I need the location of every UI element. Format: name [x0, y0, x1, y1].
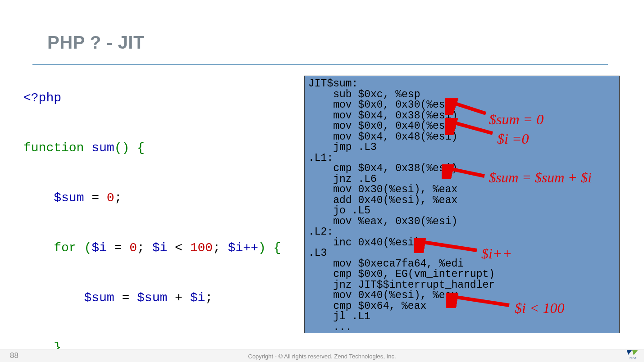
title-underline: [32, 64, 608, 66]
var-sum3: $sum: [137, 291, 167, 305]
var-i2: $i: [152, 241, 168, 255]
asm-line: jnz .L6: [308, 173, 377, 185]
zend-logo-icon: zend: [627, 350, 639, 360]
svg-text:zend: zend: [629, 357, 636, 360]
asm-line: mov 0x40(%esi), %eax: [308, 290, 457, 301]
lit-zero2: 0: [129, 241, 137, 255]
annotation-sum-plus-i: $sum = $sum + $i: [489, 170, 592, 186]
semi2: ;: [205, 291, 213, 305]
asm-line: sub $0xc, %esp: [308, 89, 420, 100]
slide: PHP ? - JIT <?php function sum() { $sum …: [0, 0, 644, 362]
asm-line: .L3: [308, 247, 327, 259]
asm-line: JIT$sum:: [308, 78, 358, 90]
for-close: ) {: [258, 241, 281, 255]
asm-line: mov $0xeca7fa64, %edi: [308, 258, 464, 270]
asm-line: cmp $0x4, 0x38(%esi): [308, 163, 457, 174]
php-code: <?php function sum() { $sum = 0; for ($i…: [23, 86, 281, 362]
kw-for: for: [54, 241, 76, 255]
asm-line: cmp $0x64, %eax: [308, 300, 426, 312]
sep1: ;: [137, 241, 152, 255]
asm-output: JIT$sum: sub $0xc, %esp mov $0x0, 0x30(%…: [304, 76, 620, 333]
annotation-i-plus-plus: $i++: [481, 245, 512, 262]
asm-line: mov $0x4, 0x48(%esi): [308, 131, 457, 143]
paren-brace: () {: [114, 141, 145, 155]
op-eq2: =: [107, 241, 129, 255]
annotation-i-lt-100: $i < 100: [515, 300, 564, 317]
var-ipp: $i++: [228, 241, 258, 255]
kw-function: function: [23, 141, 84, 155]
var-sum2: $sum: [84, 291, 114, 305]
op-eq3: =: [114, 291, 137, 305]
svg-marker-11: [632, 350, 638, 355]
semi: ;: [114, 191, 122, 205]
copyright-text: Copyright - © All rights reserved. Zend …: [0, 353, 644, 360]
php-open-tag: <?php: [23, 91, 61, 105]
sep2: ;: [213, 241, 228, 255]
op-plus: +: [167, 291, 190, 305]
fn-name: sum: [84, 141, 114, 155]
asm-line: jnz JIT$$interrupt_handler: [308, 279, 495, 291]
asm-line: mov $0x0, 0x40(%esi): [308, 120, 457, 132]
asm-line: .L2:: [308, 226, 333, 238]
for-open: (: [77, 241, 92, 255]
asm-line: jmp .L3: [308, 141, 377, 153]
op-lt: <: [167, 241, 190, 255]
asm-line: ...: [308, 321, 352, 333]
asm-line: mov %eax, 0x30(%esi): [308, 216, 457, 227]
asm-line: mov $0x4, 0x38(%esi): [308, 110, 457, 122]
var-i: $i: [91, 241, 107, 255]
asm-line: jo .L5: [308, 205, 370, 217]
slide-title: PHP ? - JIT: [47, 32, 145, 53]
asm-line: inc 0x40(%esi): [308, 237, 420, 249]
op-eq: =: [84, 191, 106, 205]
annotation-i-zero: $i =0: [497, 131, 529, 147]
var-i3: $i: [190, 291, 206, 305]
asm-line: .L1:: [308, 152, 333, 164]
asm-line: mov $0x0, 0x30(%esi): [308, 99, 457, 111]
asm-line: mov 0x30(%esi), %eax: [308, 184, 457, 195]
svg-marker-10: [627, 350, 632, 355]
asm-line: cmp $0x0, EG(vm_interrupt): [308, 268, 495, 280]
var-sum: $sum: [54, 191, 84, 205]
asm-line: add 0x40(%esi), %eax: [308, 195, 457, 206]
asm-line: jl .L1: [308, 311, 370, 322]
lit-zero: 0: [107, 191, 114, 205]
annotation-sum-zero: $sum = 0: [489, 111, 544, 128]
lit-100: 100: [190, 241, 213, 255]
